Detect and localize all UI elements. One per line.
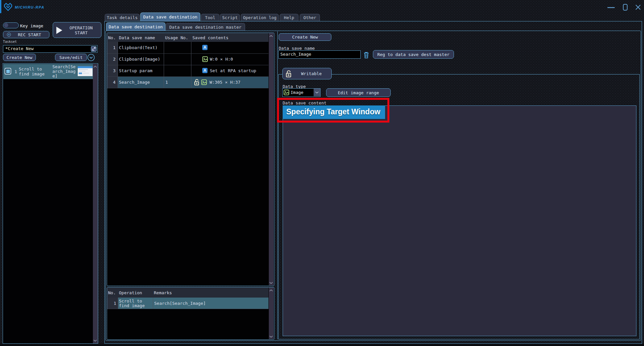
toggle-knob [4,23,8,27]
taskset-label: Taskset [3,40,17,43]
data-save-name-label: Data save name [279,46,315,51]
delete-button[interactable] [363,51,370,59]
tab-script[interactable]: Script [220,14,240,21]
key-image-toggle[interactable] [3,22,19,28]
operation-start-button[interactable]: OPERATION START [53,22,101,38]
key-image-label: Key image [20,23,43,28]
scroll-up-icon[interactable] [269,289,273,292]
operation-table-panel: No. Operation Remarks 1 Scroll to find i… [107,287,274,340]
expand-button[interactable] [87,54,95,61]
col-no: No. [108,35,116,40]
taskset-value: *Create New [5,46,34,51]
maximize-icon [623,4,627,10]
data-save-content-panel [283,105,636,336]
external-link-icon [91,46,96,51]
col-contents: Saved contents [192,35,229,40]
operation-table-scrollbar[interactable] [269,287,274,339]
create-new-taskset-label: Create New [7,55,32,60]
no-column [107,298,118,309]
tab-tool[interactable]: Tool [201,14,219,21]
window-bottom-edge [0,344,644,346]
save-edit-label: Save/edit [59,55,82,60]
tab-data-save-destination[interactable]: Data save destination [140,13,200,21]
scroll-down-icon[interactable] [93,339,97,342]
app-title: MICHIRU-RPA [15,5,44,9]
unlock-icon [286,70,292,78]
scroll-up-icon[interactable] [269,35,273,37]
chevron-down-icon [315,91,319,94]
text-icon: A [202,45,208,50]
accent-strip [0,0,1,13]
rec-start-label: REC START [18,32,41,37]
operation-start-label: OPERATION [70,25,93,30]
maximize-button[interactable] [622,4,628,11]
col-name: Data save name [119,35,155,40]
reg-to-master-button[interactable]: Reg to data save dest master [373,50,454,59]
tab-operation-log[interactable]: Operation log [241,14,279,21]
taskset-edit-button[interactable] [91,46,97,52]
task-remark: Search[Se [52,64,75,69]
app-logo [4,2,13,12]
trash-icon [363,51,370,59]
taskset-input[interactable]: *Create New [3,45,98,53]
save-table-scrollbar[interactable] [269,33,274,285]
play-icon [56,27,62,34]
tab-task-details[interactable]: Task details [105,14,140,21]
task-operation: Scroll to [19,67,42,72]
data-save-content-label: Data save content [283,101,326,105]
data-type-dropdown[interactable]: Image [282,88,321,97]
data-type-value: Image [291,90,303,95]
unlock-icon [194,79,200,86]
tab-help[interactable]: Help [280,14,298,21]
create-new-button[interactable]: Create New [279,33,331,41]
rec-start-button[interactable]: REC START [3,31,49,38]
col-usage: Usage No. [165,35,188,40]
image-icon [201,79,207,85]
scroll-down-icon[interactable] [269,335,273,338]
task-checkbox-mark [6,70,10,73]
task-checkbox[interactable] [5,68,11,74]
subtab-data-save-destination-master[interactable]: Data save destination master [166,23,245,31]
close-button[interactable] [635,4,641,11]
image-icon [202,56,208,62]
task-list [3,63,98,344]
scroll-up-icon[interactable] [93,66,97,68]
data-save-name-input[interactable]: Search_Image [278,50,361,59]
image-icon [284,90,289,95]
close-icon [635,4,641,11]
logo-icon [4,2,13,12]
save-table-panel: No. Data save name Usage No. Saved conte… [107,33,274,286]
chevron-down-circle-icon [87,54,95,61]
task-list-scrollbar[interactable] [93,64,98,343]
task-thumbnail [78,66,93,76]
task-no: 1 [14,69,17,74]
writable-label: Writable [301,71,322,76]
writable-legend[interactable]: Writable [282,68,332,79]
save-edit-button[interactable]: Save/edit [55,54,87,61]
subtab-data-save-destination[interactable]: Data save destination [106,22,165,31]
minimize-button[interactable] [607,4,615,11]
text-icon: A [202,68,208,73]
dropdown-arrow[interactable] [314,89,320,96]
scroll-down-icon[interactable] [269,282,273,284]
record-icon [7,33,11,37]
create-new-taskset-button[interactable]: Create New [3,54,36,61]
tab-other[interactable]: Other [300,14,320,21]
edit-image-range-button[interactable]: Edit image range [326,88,391,97]
